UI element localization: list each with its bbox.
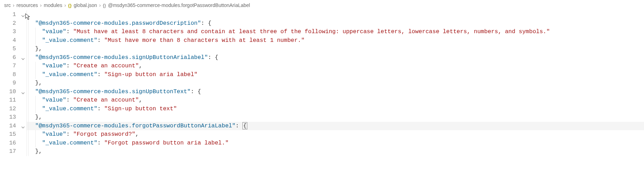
chevron-down-icon[interactable] (21, 13, 25, 17)
token-punc: : { (201, 20, 211, 27)
code-line[interactable]: "_value.comment": "Sign-up button aria l… (27, 70, 644, 79)
token-punc: : (66, 28, 73, 35)
chevron-right-icon: › (13, 2, 15, 8)
chevron-down-icon[interactable] (21, 124, 25, 128)
token-key: "@msdyn365-commerce-modules.passwordDesc… (35, 20, 201, 27)
line-number: 10 (0, 88, 16, 96)
json-icon: {} (68, 3, 72, 8)
fold-toggle (20, 139, 27, 148)
fold-toggle (20, 45, 27, 53)
token-str: "Create an account" (73, 62, 139, 69)
token-punc: , (135, 131, 139, 137)
fold-toggle (20, 147, 27, 156)
code-line[interactable]: "value": "Create an account", (27, 62, 644, 70)
line-number: 13 (0, 113, 16, 122)
line-number: 6 (0, 53, 16, 62)
token-key: "@msdyn365-commerce-modules.forgotPasswo… (35, 122, 235, 129)
token-key: "_value.comment" (42, 37, 97, 44)
code-line[interactable]: "_value.comment": "Forgot password butto… (27, 139, 644, 148)
breadcrumb-item-symbol[interactable]: @msdyn365-commerce-modules.forgotPasswor… (108, 2, 250, 8)
token-punc: }, (35, 148, 42, 155)
chevron-down-icon[interactable] (21, 90, 25, 94)
chevron-right-icon: › (64, 2, 66, 8)
code-line[interactable]: "@msdyn365-commerce-modules.signUpButton… (27, 88, 644, 96)
chevron-down-icon[interactable] (21, 55, 25, 60)
token-punc: }, (35, 114, 42, 120)
line-number: 9 (0, 79, 16, 88)
token-key: "_value.comment" (42, 105, 97, 112)
fold-gutter (20, 10, 27, 156)
fold-toggle (20, 130, 27, 139)
line-number: 5 (0, 45, 16, 53)
breadcrumb: src › resources › modules › {} global.js… (0, 0, 644, 10)
token-punc: }, (35, 80, 42, 86)
line-number: 12 (0, 105, 16, 113)
token-punc: : { (190, 88, 201, 95)
fold-toggle[interactable] (20, 53, 27, 62)
fold-toggle (20, 36, 27, 45)
code-line[interactable]: "@msdyn365-commerce-modules.forgotPasswo… (27, 122, 644, 131)
token-cursor: { (242, 122, 247, 129)
line-number: 11 (0, 96, 16, 105)
token-key: "value" (42, 131, 66, 137)
object-icon: {} (103, 3, 106, 8)
token-str: "Forgot password?" (73, 131, 135, 137)
code-line[interactable]: "@msdyn365-commerce-modules.passwordDesc… (27, 19, 644, 28)
line-number: 14 (0, 122, 16, 131)
line-number: 17 (0, 147, 16, 156)
code-editor[interactable]: 1234567891011121314151617 "@msdyn365-com… (0, 10, 644, 156)
code-content[interactable]: "@msdyn365-commerce-modules.passwordDesc… (27, 10, 644, 156)
token-punc: , (139, 97, 142, 103)
line-number: 8 (0, 70, 16, 79)
breadcrumb-item-modules[interactable]: modules (44, 2, 62, 8)
fold-toggle[interactable] (20, 10, 27, 19)
token-punc: : (97, 140, 104, 146)
fold-toggle (20, 105, 27, 113)
token-str: "Forgot password button aria label." (104, 140, 229, 146)
code-line[interactable]: "@msdyn365-commerce-modules.signUpButton… (27, 53, 644, 62)
token-punc: }, (35, 45, 42, 52)
token-str: "Sign-up button text" (104, 105, 177, 112)
fold-toggle (20, 113, 27, 122)
fold-toggle (20, 28, 27, 36)
code-line[interactable] (27, 10, 644, 19)
token-punc: , (139, 62, 142, 69)
token-punc: : (97, 37, 104, 44)
code-line[interactable]: }, (27, 113, 644, 122)
code-line[interactable]: }, (27, 79, 644, 88)
code-line[interactable]: "value": "Forgot password?", (27, 130, 644, 139)
line-number: 2 (0, 19, 16, 28)
token-key: "@msdyn365-commerce-modules.signUpButton… (35, 88, 191, 95)
breadcrumb-item-resources[interactable]: resources (16, 2, 38, 8)
code-line[interactable]: }, (27, 45, 644, 53)
token-str: "Sign-up button aria label" (104, 71, 197, 78)
token-key: "@msdyn365-commerce-modules.signUpButton… (35, 54, 208, 61)
token-str: "Must have at least 8 characters and con… (73, 28, 550, 35)
code-line[interactable]: "_value.comment": "Must have more than 8… (27, 36, 644, 45)
line-number: 16 (0, 139, 16, 148)
fold-toggle[interactable] (20, 88, 27, 96)
fold-toggle (20, 96, 27, 105)
line-number: 15 (0, 130, 16, 139)
line-number: 1 (0, 10, 16, 19)
breadcrumb-item-file[interactable]: global.json (74, 2, 97, 8)
token-punc: : (97, 71, 104, 78)
fold-toggle (20, 79, 27, 88)
breadcrumb-item-src[interactable]: src (4, 2, 11, 8)
fold-toggle (20, 62, 27, 70)
token-punc: : (66, 131, 73, 137)
code-line[interactable]: "value": "Create an account", (27, 96, 644, 105)
fold-toggle[interactable] (20, 122, 27, 131)
line-number: 4 (0, 36, 16, 45)
chevron-right-icon: › (40, 2, 42, 8)
token-key: "value" (42, 28, 66, 35)
token-key: "_value.comment" (42, 71, 97, 78)
token-key: "value" (42, 62, 66, 69)
token-key: "value" (42, 97, 66, 103)
code-line[interactable]: "value": "Must have at least 8 character… (27, 28, 644, 36)
code-line[interactable]: "_value.comment": "Sign-up button text" (27, 105, 644, 113)
token-punc: : (66, 62, 73, 69)
token-str: "Create an account" (73, 97, 139, 103)
code-line[interactable]: }, (27, 147, 644, 156)
line-number: 7 (0, 62, 16, 70)
